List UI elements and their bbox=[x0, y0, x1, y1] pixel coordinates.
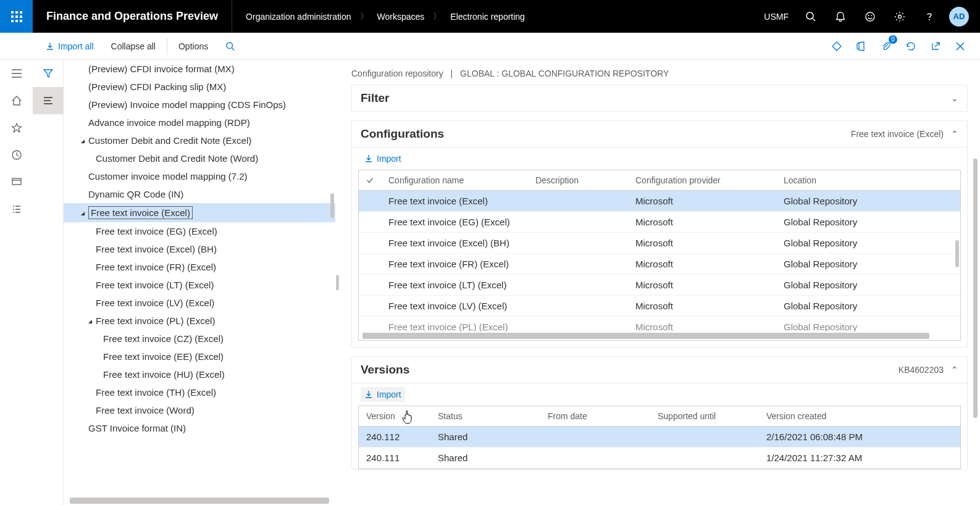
col-header-supported[interactable]: Supported until bbox=[650, 406, 759, 426]
tree-item[interactable]: Free text invoice (Word) bbox=[64, 401, 335, 419]
feedback-button[interactable] bbox=[855, 0, 885, 33]
tree-item[interactable]: (Preview) CFDI invoice format (MX) bbox=[64, 60, 335, 78]
table-row[interactable]: Free text invoice (EG) (Excel)MicrosoftG… bbox=[359, 212, 960, 233]
row-check[interactable] bbox=[359, 254, 381, 274]
col-header-name[interactable]: Configuration name bbox=[381, 170, 528, 190]
cell-location: Global Repository bbox=[776, 317, 960, 332]
breadcrumb-item[interactable]: Electronic reporting bbox=[450, 12, 525, 22]
col-header-status[interactable]: Status bbox=[430, 406, 540, 426]
col-header-version[interactable]: Version bbox=[359, 406, 430, 426]
tree-item[interactable]: Customer invoice model mapping (7.2) bbox=[64, 167, 335, 185]
col-header-location[interactable]: Location bbox=[776, 170, 960, 190]
tree-panel[interactable]: (Preview) CFDI invoice format (MX)(Previ… bbox=[64, 60, 335, 505]
row-check[interactable] bbox=[359, 275, 381, 295]
tree-item[interactable]: Free text invoice (EE) (Excel) bbox=[64, 348, 335, 365]
scrollbar-thumb[interactable] bbox=[362, 333, 929, 339]
import-all-button[interactable]: Import all bbox=[37, 35, 103, 57]
popout-button[interactable] bbox=[923, 35, 948, 57]
scrollbar-thumb[interactable] bbox=[955, 240, 959, 267]
cell-name: Free text invoice (LT) (Excel) bbox=[381, 275, 528, 295]
import-button[interactable]: Import bbox=[361, 387, 405, 402]
table-row[interactable]: Free text invoice (Excel)MicrosoftGlobal… bbox=[359, 191, 960, 212]
collapse-all-button[interactable]: Collapse all bbox=[103, 35, 164, 57]
tree-item[interactable]: (Preview) CFDI Packing slip (MX) bbox=[64, 78, 335, 96]
breadcrumb-item[interactable]: Organization administration bbox=[246, 12, 351, 22]
scrollbar-thumb[interactable] bbox=[70, 498, 329, 504]
help-icon bbox=[924, 11, 935, 22]
company-picker[interactable]: USMF bbox=[756, 0, 796, 33]
row-check[interactable] bbox=[359, 296, 381, 316]
tree-item[interactable]: Dynamic QR Code (IN) bbox=[64, 185, 335, 203]
tree-item[interactable]: Free text invoice (FR) (Excel) bbox=[64, 258, 335, 276]
import-button[interactable]: Import bbox=[361, 151, 405, 166]
configurations-panel-header[interactable]: Configurations Free text invoice (Excel)… bbox=[352, 121, 967, 147]
row-check[interactable] bbox=[359, 191, 381, 211]
separator bbox=[167, 38, 167, 55]
refresh-button[interactable] bbox=[898, 35, 923, 57]
scrollbar-thumb[interactable] bbox=[973, 159, 978, 418]
settings-button[interactable] bbox=[885, 0, 915, 33]
help-button[interactable] bbox=[915, 0, 944, 33]
tree-item[interactable]: Free text invoice (LV) (Excel) bbox=[64, 294, 335, 312]
search-button[interactable] bbox=[217, 35, 244, 57]
col-header-desc[interactable]: Description bbox=[528, 170, 628, 190]
caret-down-icon[interactable] bbox=[77, 211, 88, 217]
tree-item[interactable]: Customer Debit and Credit Note (Excel) bbox=[64, 131, 335, 149]
tree-item[interactable]: (Preview) Invoice model mapping (CDS Fin… bbox=[64, 96, 335, 114]
table-row[interactable]: Free text invoice (PL) (Excel)MicrosoftG… bbox=[359, 317, 960, 332]
table-row[interactable]: Free text invoice (LV) (Excel)MicrosoftG… bbox=[359, 296, 960, 317]
versions-panel-header[interactable]: Versions KB4602203 ⌃ bbox=[352, 357, 967, 383]
svg-line-10 bbox=[813, 19, 815, 21]
favorites-button[interactable] bbox=[0, 114, 33, 141]
row-check[interactable] bbox=[359, 233, 381, 253]
tree-item-label: Customer Debit and Credit Note (Word) bbox=[96, 152, 258, 164]
chevron-down-icon: ⌄ bbox=[951, 93, 958, 103]
tree-item[interactable]: GST Invoice format (IN) bbox=[64, 419, 335, 437]
workspaces-button[interactable] bbox=[0, 169, 33, 196]
attachments-button[interactable]: 0 bbox=[874, 35, 898, 57]
filter-tab[interactable] bbox=[33, 60, 64, 87]
close-button[interactable] bbox=[948, 35, 973, 57]
tree-item[interactable]: Advance invoice model mapping (RDP) bbox=[64, 114, 335, 131]
user-avatar[interactable]: AD bbox=[944, 0, 974, 33]
tree-item[interactable]: Free text invoice (Excel) (BH) bbox=[64, 240, 335, 258]
hamburger-icon bbox=[11, 69, 22, 78]
row-check[interactable] bbox=[359, 212, 381, 232]
tree-item[interactable]: Free text invoice (PL) (Excel) bbox=[64, 312, 335, 330]
modules-button[interactable] bbox=[0, 196, 33, 223]
scrollbar-thumb[interactable] bbox=[330, 193, 334, 218]
tree-item[interactable]: Free text invoice (CZ) (Excel) bbox=[64, 330, 335, 348]
home-button[interactable] bbox=[0, 87, 33, 114]
filter-panel-header[interactable]: Filter ⌄ bbox=[352, 85, 967, 111]
caret-down-icon[interactable] bbox=[85, 319, 96, 325]
tree-item[interactable]: Free text invoice (LT) (Excel) bbox=[64, 276, 335, 294]
table-row[interactable]: Free text invoice (FR) (Excel)MicrosoftG… bbox=[359, 254, 960, 275]
related-button[interactable] bbox=[824, 35, 849, 57]
breadcrumb-item[interactable]: Workspaces bbox=[377, 12, 425, 22]
nav-toggle[interactable] bbox=[0, 60, 33, 87]
table-row[interactable]: Free text invoice (LT) (Excel)MicrosoftG… bbox=[359, 275, 960, 296]
recent-button[interactable] bbox=[0, 141, 33, 169]
table-row[interactable]: 240.112Shared2/16/2021 06:08:48 PM bbox=[359, 427, 960, 448]
col-header-from[interactable]: From date bbox=[540, 406, 650, 426]
select-all-checkbox[interactable] bbox=[359, 170, 381, 190]
search-button[interactable] bbox=[796, 0, 826, 33]
notifications-button[interactable] bbox=[826, 0, 855, 33]
options-button[interactable]: Options bbox=[170, 35, 217, 57]
row-check[interactable] bbox=[359, 317, 381, 332]
tree-item[interactable]: Free text invoice (TH) (Excel) bbox=[64, 383, 335, 401]
table-row[interactable]: Free text invoice (Excel) (BH)MicrosoftG… bbox=[359, 233, 960, 254]
tree-item[interactable]: Free text invoice (Excel) bbox=[64, 203, 335, 222]
col-header-created[interactable]: Version created bbox=[759, 406, 960, 426]
main-area: (Preview) CFDI invoice format (MX)(Previ… bbox=[0, 60, 980, 505]
list-tab[interactable] bbox=[33, 87, 64, 114]
col-header-provider[interactable]: Configuration provider bbox=[628, 170, 776, 190]
tree-item[interactable]: Customer Debit and Credit Note (Word) bbox=[64, 149, 335, 167]
table-row[interactable]: 240.111Shared1/24/2021 11:27:32 AM bbox=[359, 448, 960, 469]
tree-item[interactable]: Free text invoice (HU) (Excel) bbox=[64, 365, 335, 383]
office-button[interactable] bbox=[849, 35, 874, 57]
tree-item[interactable]: Free text invoice (EG) (Excel) bbox=[64, 222, 335, 240]
waffle-button[interactable] bbox=[0, 0, 33, 33]
caret-down-icon[interactable] bbox=[77, 138, 88, 144]
tree-item-label: Free text invoice (TH) (Excel) bbox=[96, 386, 216, 398]
